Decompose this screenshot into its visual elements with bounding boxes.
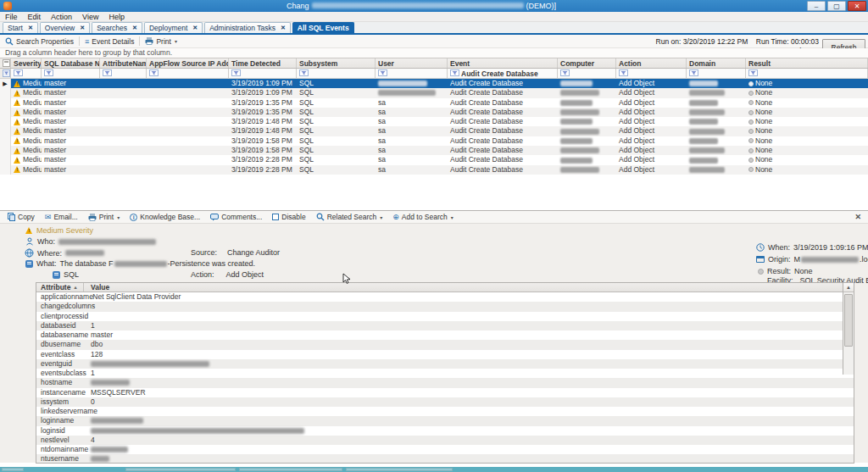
column-header-attributename[interactable]: AttributeName <box>100 58 147 68</box>
comments-button[interactable]: Comments... <box>206 213 266 221</box>
column-header-user[interactable]: User <box>376 58 448 68</box>
attribute-row[interactable]: ntdomainname <box>36 445 854 454</box>
tab-all-sql-events[interactable]: All SQL Events <box>292 22 354 33</box>
filter-icon[interactable] <box>619 69 628 78</box>
tab-searches[interactable]: Searches✕ <box>92 22 142 33</box>
print-button[interactable]: Print ▾ <box>140 36 182 47</box>
disable-button[interactable]: Disable <box>268 213 309 221</box>
related-search-button[interactable]: Related Search ▾ <box>312 213 387 221</box>
detail-close-icon[interactable]: ✕ <box>854 213 861 221</box>
attribute-row[interactable]: applicationname.Net SqlClient Data Provi… <box>36 292 854 302</box>
tab-deployment[interactable]: Deployment✕ <box>144 22 203 33</box>
event-row[interactable]: Mediummaster3/19/2019 1:48 PMSQLsaAudit … <box>0 117 868 126</box>
taskbar-button[interactable] <box>2 468 24 471</box>
column-header-severity[interactable]: Severity˅ <box>11 58 42 68</box>
filter-icon[interactable] <box>149 69 159 78</box>
menu-view[interactable]: View <box>77 12 103 21</box>
value-column-header[interactable]: Value <box>84 283 109 292</box>
event-row[interactable]: Mediummaster3/19/2019 1:48 PMSQLsaAudit … <box>0 126 868 136</box>
filter-cell-result[interactable] <box>746 69 868 78</box>
event-details-button[interactable]: ≡ Event Details <box>80 36 139 47</box>
column-header-domain[interactable]: Domain <box>687 58 746 68</box>
event-row[interactable]: Mediummaster3/19/2019 1:58 PMSQLsaAudit … <box>0 136 868 146</box>
column-header-subsystem[interactable]: Subsystem <box>297 58 376 68</box>
maximize-button[interactable]: ▢ <box>827 1 846 11</box>
event-row[interactable]: Mediummaster3/19/2019 1:09 PMSQLAudit Cr… <box>0 88 868 97</box>
event-row[interactable]: Mediummaster3/19/2019 1:35 PMSQLsaAudit … <box>0 98 868 108</box>
filter-icon[interactable] <box>689 69 698 78</box>
knowledge-base-button[interactable]: i Knowledge Base... <box>125 213 204 221</box>
add-to-search-button[interactable]: ⊕ Add to Search ▾ <box>388 213 457 221</box>
menu-help[interactable]: Help <box>103 12 130 21</box>
event-row[interactable]: Mediummaster3/19/2019 1:35 PMSQLsaAudit … <box>0 108 868 117</box>
event-row[interactable]: Mediummaster3/19/2019 2:28 PMSQLsaAudit … <box>0 155 868 164</box>
attribute-row[interactable]: instancenameMSSQLSERVER <box>36 388 854 397</box>
attribute-row[interactable]: nestlevel4 <box>36 436 854 445</box>
attribute-row[interactable]: changedcolumns <box>36 302 854 311</box>
attribute-column-header[interactable]: Attribute ▴ <box>36 283 84 292</box>
filter-cell-user[interactable] <box>376 69 448 78</box>
attribute-row[interactable]: dbusernamedbo <box>36 340 854 349</box>
column-header-action[interactable]: Action <box>616 58 687 68</box>
tab-close-icon[interactable]: ✕ <box>28 25 33 31</box>
filter-cell-subsystem[interactable] <box>297 69 376 78</box>
attribute-row[interactable]: issystem0 <box>36 397 854 407</box>
filter-icon[interactable] <box>231 69 241 78</box>
scrollbar-thumb[interactable] <box>844 294 853 347</box>
filter-icon[interactable] <box>560 69 570 78</box>
filter-icon[interactable] <box>378 69 387 78</box>
attribute-row[interactable]: databasenamemaster <box>36 330 854 340</box>
detail-print-button[interactable]: Print ▾ <box>84 213 125 221</box>
attribute-row[interactable]: eventsubclass1 <box>36 369 854 378</box>
column-header-result[interactable]: Result <box>746 58 868 68</box>
tab-start[interactable]: Start✕ <box>3 22 38 33</box>
filter-cell-event[interactable]: Audit Create Database <box>448 69 558 78</box>
windows-taskbar[interactable] <box>0 467 868 472</box>
email-button[interactable]: ✉ Email... <box>41 213 82 221</box>
minimize-button[interactable]: – <box>807 1 826 11</box>
attribute-row[interactable]: linkedservername <box>36 407 854 416</box>
taskbar-button[interactable] <box>239 468 342 471</box>
attribute-table-scrollbar[interactable]: ▲ <box>843 283 854 375</box>
menu-file[interactable]: File <box>0 12 23 21</box>
search-properties-button[interactable]: Search Properties <box>0 36 79 47</box>
event-row[interactable]: Mediummaster3/19/2019 1:58 PMSQLsaAudit … <box>0 146 868 155</box>
filter-cell-sql-database-name[interactable] <box>42 69 100 78</box>
attribute-row[interactable]: hostname <box>36 378 854 387</box>
filter-cell-appflow-source-ip-address[interactable] <box>147 69 229 78</box>
attribute-row[interactable]: eventguid <box>36 359 854 369</box>
copy-button[interactable]: Copy <box>3 213 39 221</box>
column-header-appflow-source-ip-address[interactable]: AppFlow Source IP Address <box>147 58 229 68</box>
filter-icon[interactable] <box>299 69 309 78</box>
attribute-row[interactable]: loginsid <box>36 426 854 436</box>
attribute-row[interactable]: eventclass128 <box>36 350 854 359</box>
attribute-row[interactable]: clientprocessid <box>36 312 854 321</box>
column-header-event[interactable]: Event <box>448 58 558 68</box>
close-button[interactable]: ✕ <box>848 1 866 11</box>
filter-icon[interactable] <box>14 69 23 78</box>
event-row[interactable]: Mediummaster3/19/2019 2:28 PMSQLsaAudit … <box>0 165 868 175</box>
scroll-up-icon[interactable]: ▲ <box>843 283 854 292</box>
tab-close-icon[interactable]: ✕ <box>80 25 85 31</box>
filter-cell-action[interactable] <box>616 69 687 78</box>
attribute-row[interactable]: ntusername <box>36 454 854 464</box>
column-header-sql-database-name[interactable]: SQL Database Name <box>42 58 100 68</box>
filter-icon[interactable] <box>103 69 112 78</box>
taskbar-button[interactable] <box>125 468 236 471</box>
attribute-row[interactable]: databaseid1 <box>36 321 854 330</box>
column-header-computer[interactable]: Computer <box>558 58 616 68</box>
tab-close-icon[interactable]: ✕ <box>132 25 137 31</box>
menu-action[interactable]: Action <box>46 12 77 21</box>
column-header-time-detected[interactable]: Time Detected <box>229 58 297 68</box>
filter-cell-severity[interactable] <box>11 69 42 78</box>
filter-cell-attributename[interactable] <box>100 69 147 78</box>
filter-icon[interactable] <box>450 69 459 78</box>
filter-cell-computer[interactable] <box>558 69 616 78</box>
tab-close-icon[interactable]: ✕ <box>281 25 286 31</box>
menu-edit[interactable]: Edit <box>23 12 47 21</box>
attribute-row[interactable]: loginname <box>36 416 854 425</box>
filter-icon[interactable] <box>44 69 53 78</box>
filter-icon[interactable] <box>748 69 758 78</box>
filter-cell-time-detected[interactable] <box>229 69 297 78</box>
tab-administration-tasks[interactable]: Administration Tasks✕ <box>204 22 291 33</box>
